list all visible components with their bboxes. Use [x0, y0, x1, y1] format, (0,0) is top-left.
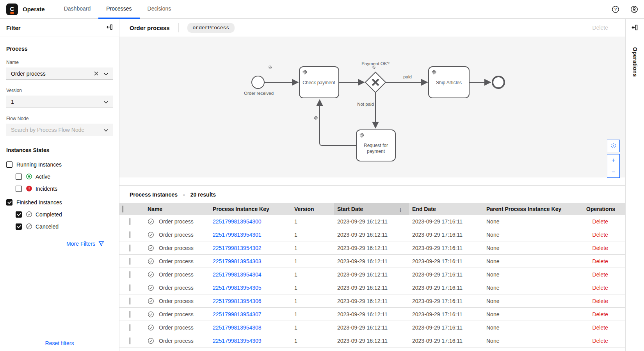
- instance-key-link[interactable]: 2251799813954308: [213, 324, 262, 331]
- start-date-header-label: Start Date: [337, 206, 363, 212]
- canceled-state-icon: [26, 223, 32, 230]
- row-checkbox[interactable]: [130, 218, 130, 225]
- instance-key-link[interactable]: 2251799813954304: [213, 271, 262, 278]
- instances-states-title: Instances States: [6, 147, 113, 153]
- panel-splitter[interactable]: [119, 177, 625, 186]
- delete-instance-button[interactable]: Delete: [592, 271, 608, 278]
- instance-row: Order process 2251799813954307 1 2023-09…: [119, 308, 625, 321]
- instance-name: Order process: [159, 311, 194, 317]
- delete-instance-button[interactable]: Delete: [592, 285, 608, 291]
- row-checkbox[interactable]: [130, 245, 130, 252]
- row-checkbox[interactable]: [130, 258, 130, 265]
- delete-instance-button[interactable]: Delete: [592, 232, 608, 238]
- instance-key-link[interactable]: 2251799813954307: [213, 311, 262, 317]
- completed-checkbox[interactable]: [16, 211, 22, 218]
- instance-key-link[interactable]: 2251799813954303: [213, 258, 262, 264]
- column-header-name[interactable]: Name: [144, 206, 210, 212]
- name-chevron-down-icon[interactable]: [104, 71, 108, 77]
- row-checkbox[interactable]: [130, 337, 130, 344]
- running-instances-label: Running Instances: [16, 161, 62, 168]
- bpmn-diagram-canvas[interactable]: Order received Check payment Payment OK?: [119, 37, 625, 177]
- bpmn-start-event[interactable]: Order received: [244, 76, 274, 96]
- delete-instance-button[interactable]: Delete: [592, 311, 608, 317]
- instance-key-link[interactable]: 2251799813954309: [213, 338, 262, 344]
- more-filters-button[interactable]: More Filters: [6, 241, 113, 247]
- bpmn-end-event[interactable]: [493, 76, 504, 88]
- column-header-start-date[interactable]: Start Date ↓: [334, 203, 409, 215]
- row-checkbox[interactable]: [130, 271, 130, 278]
- delete-process-button[interactable]: Delete: [592, 25, 608, 31]
- logo-letter: C: [10, 6, 14, 12]
- delete-instance-button[interactable]: Delete: [592, 298, 608, 304]
- column-header-parent-key[interactable]: Parent Process Instance Key: [483, 206, 578, 212]
- header-divider: [53, 5, 53, 14]
- incidents-checkbox[interactable]: [16, 186, 22, 192]
- row-checkbox[interactable]: [130, 298, 130, 305]
- running-instances-checkbox[interactable]: [6, 161, 12, 168]
- instance-row: Order process 2251799813954301 1 2023-09…: [119, 228, 625, 241]
- delete-instance-button[interactable]: Delete: [592, 258, 608, 264]
- help-icon[interactable]: ?: [611, 5, 620, 14]
- nav-tab-dashboard[interactable]: Dashboard: [56, 0, 99, 19]
- process-id-badge: orderProcess: [187, 23, 235, 33]
- diagram-zoom-in-button[interactable]: +: [607, 154, 620, 166]
- instance-end-date: 2023-09-29 17:16:11: [409, 324, 483, 331]
- bpmn-paid-label: paid: [403, 74, 412, 79]
- instance-completed-icon: [148, 218, 154, 225]
- diagram-reset-view-button[interactable]: [607, 140, 620, 152]
- delete-instance-button[interactable]: Delete: [592, 324, 608, 331]
- version-select[interactable]: 1: [6, 96, 113, 108]
- flow-node-chevron-down-icon[interactable]: [104, 127, 108, 133]
- delete-instance-button[interactable]: Delete: [592, 338, 608, 344]
- column-header-version[interactable]: Version: [291, 206, 334, 212]
- collapse-filter-panel-icon[interactable]: [106, 24, 113, 32]
- bpmn-gateway-payment-ok[interactable]: Payment OK?: [361, 61, 390, 92]
- delete-instance-button[interactable]: Delete: [592, 218, 608, 225]
- state-row-finished: Finished Instances: [6, 197, 113, 208]
- nav-tab-processes[interactable]: Processes: [98, 0, 139, 19]
- active-label: Active: [36, 174, 50, 180]
- sort-descending-icon[interactable]: ↓: [399, 206, 402, 213]
- instance-end-date: 2023-09-29 17:16:11: [409, 258, 483, 264]
- process-name-select[interactable]: Order process: [6, 67, 113, 80]
- process-name-value: Order process: [11, 71, 94, 77]
- main-nav: Dashboard Processes Decisions: [56, 0, 179, 19]
- column-header-end-date[interactable]: End Date: [409, 206, 483, 212]
- flow-node-input[interactable]: [11, 127, 104, 133]
- filter-title: Filter: [6, 25, 21, 31]
- select-all-checkbox[interactable]: [123, 206, 123, 213]
- bpmn-task-request-payment[interactable]: Request for payment: [315, 117, 395, 161]
- user-icon[interactable]: [630, 5, 639, 14]
- version-chevron-down-icon[interactable]: [104, 99, 108, 105]
- state-row-active: Active: [6, 171, 113, 182]
- active-checkbox[interactable]: [16, 174, 22, 180]
- nav-tab-decisions[interactable]: Decisions: [140, 0, 179, 19]
- instance-key-link[interactable]: 2251799813954305: [213, 285, 262, 291]
- flow-node-select[interactable]: [6, 124, 113, 136]
- completed-state-icon: [26, 211, 32, 218]
- row-checkbox[interactable]: [130, 324, 130, 331]
- row-checkbox[interactable]: [130, 311, 130, 318]
- reset-filters-link[interactable]: Reset filters: [0, 340, 119, 346]
- canceled-checkbox[interactable]: [16, 223, 22, 230]
- finished-instances-checkbox[interactable]: [6, 199, 12, 206]
- instance-key-link[interactable]: 2251799813954306: [213, 298, 262, 304]
- bpmn-task-ship-articles[interactable]: Ship Articles: [372, 66, 469, 98]
- name-field-label: Name: [6, 60, 113, 65]
- instance-end-date: 2023-09-29 17:16:11: [409, 271, 483, 278]
- delete-instance-button[interactable]: Delete: [592, 245, 608, 251]
- instance-key-link[interactable]: 2251799813954301: [213, 232, 262, 238]
- bpmn-task-check-payment[interactable]: Check payment: [269, 66, 339, 98]
- operations-panel-collapsed: Operations: [625, 19, 644, 351]
- row-checkbox[interactable]: [130, 284, 130, 291]
- expand-operations-panel-icon[interactable]: [632, 24, 638, 32]
- instance-key-link[interactable]: 2251799813954300: [213, 218, 262, 225]
- instance-start-date: 2023-09-29 16:12:11: [334, 324, 409, 331]
- row-checkbox[interactable]: [130, 231, 130, 238]
- clear-name-icon[interactable]: [94, 71, 98, 77]
- bpmn-flow-request-check: [320, 100, 356, 145]
- diagram-zoom-out-button[interactable]: −: [607, 166, 620, 178]
- instance-key-link[interactable]: 2251799813954302: [213, 245, 262, 251]
- column-header-key[interactable]: Process Instance Key: [210, 206, 291, 212]
- instance-version: 1: [291, 324, 334, 331]
